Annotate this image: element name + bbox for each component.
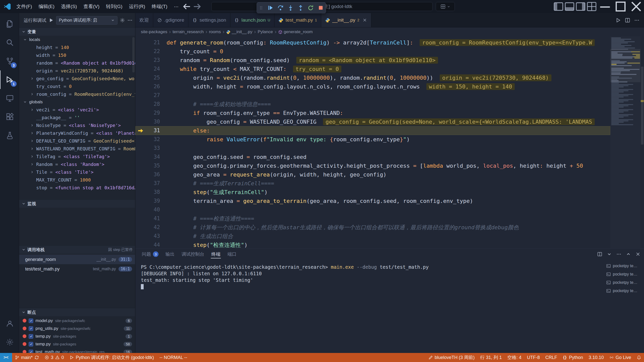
activity-extensions[interactable] — [0, 108, 19, 126]
breakpoint-row[interactable]: model.pysite-packages\wfc6 — [19, 317, 135, 325]
scrollbar-thumb[interactable] — [641, 67, 643, 145]
menu-item[interactable]: ⋯ — [171, 0, 182, 13]
line-number[interactable]: 30 — [146, 117, 160, 126]
gutter-glyph[interactable] — [135, 161, 146, 170]
status-vim-mode[interactable]: -- NORMAL -- — [157, 353, 190, 362]
breadcrumb-item[interactable]: rooms — [209, 29, 221, 34]
toggle-secondary-sidebar-icon[interactable] — [575, 0, 586, 13]
code-line[interactable]: 25 origin = vec2i(random.randint(0, 1000… — [135, 73, 610, 82]
variable-row[interactable]: vec2i = <class 'vec2i'> — [19, 106, 135, 114]
activity-run-and-debug[interactable]: 1 — [0, 70, 19, 89]
status-problems[interactable]: 30 — [42, 353, 67, 362]
breadcrumb-item[interactable]: Pylance — [258, 29, 273, 34]
more-actions-icon[interactable] — [127, 18, 133, 23]
status-cursor-position[interactable]: 行 31, 列 1 — [477, 353, 505, 362]
variables-section-header[interactable]: 变量 — [19, 27, 135, 36]
chevron-right-icon[interactable] — [30, 123, 36, 127]
variable-row[interactable]: origin = vec2i(7205730, 9024468) — [19, 67, 135, 75]
code-text[interactable]: def generate_room(room_config: RoomReque… — [160, 38, 610, 47]
restart-button[interactable] — [308, 5, 314, 11]
terminal-output[interactable]: PS C:\computer_science\godot-ldtk\site-p… — [135, 260, 603, 353]
gutter-glyph[interactable] — [135, 188, 146, 197]
status-remote[interactable]: >< — [0, 353, 12, 362]
chevron-right-icon[interactable] — [30, 131, 36, 135]
breakpoint-checkbox[interactable] — [29, 342, 33, 346]
editor-tab[interactable]: {}launch.jsonU — [230, 13, 274, 27]
line-number[interactable]: 22 — [146, 47, 160, 56]
code-text[interactable] — [160, 36, 610, 38]
status-indentation[interactable]: 空格: 4 — [505, 353, 524, 362]
status-language[interactable]: {}Python — [560, 353, 586, 362]
chevron-right-icon[interactable] — [30, 147, 36, 151]
code-line[interactable]: 40 — [135, 205, 610, 214]
panel-tab[interactable]: 问题3 — [139, 249, 162, 260]
chevron-right-icon[interactable] — [30, 170, 36, 174]
activity-accounts[interactable] — [0, 314, 19, 333]
back-arrow-icon[interactable] — [182, 2, 192, 12]
line-number[interactable]: 39 — [146, 197, 160, 205]
activity-testing[interactable] — [0, 126, 19, 145]
toggle-panel-icon[interactable] — [564, 0, 575, 13]
forward-arrow-icon[interactable] — [192, 2, 202, 12]
menu-item[interactable]: 选择(S) — [58, 0, 80, 13]
variables-scrollbar-thumb[interactable] — [132, 37, 135, 72]
code-line[interactable]: 29 if room_config.env_type == EnvType.WA… — [135, 109, 610, 117]
breakpoint-row[interactable]: temp.pysite-packages1 — [19, 332, 135, 340]
gutter-glyph[interactable] — [135, 91, 146, 100]
gutter-glyph[interactable] — [135, 170, 146, 179]
code-line[interactable]: 44 step("检查连通性") — [135, 241, 610, 248]
status-python-version[interactable]: 3.10.10 — [586, 353, 607, 362]
code-text[interactable]: random = Random(room_config.seed)random … — [160, 56, 610, 65]
code-text[interactable]: origin = vec2i(random.randint(0, 1000000… — [160, 73, 610, 82]
minimap-slider[interactable] — [610, 49, 640, 82]
activity-search[interactable] — [0, 33, 19, 52]
code-text[interactable]: geo_config.primary_forces.geothermal_act… — [160, 161, 610, 170]
continue-button[interactable] — [267, 5, 273, 11]
variable-row[interactable]: PlanetaryWindConfig = <class 'Planeta… — [19, 129, 135, 137]
status-notifications[interactable] — [634, 353, 644, 362]
stack-frame[interactable]: generate_room__init__.py31:1 — [19, 255, 135, 264]
more-actions-button[interactable] — [634, 18, 639, 23]
code-text[interactable]: # ====生成初始地理信息==== — [160, 100, 610, 109]
code-line[interactable]: 33 — [135, 144, 610, 153]
variable-row[interactable]: Random = <class 'Random'> — [19, 160, 135, 168]
minimize-button[interactable] — [597, 0, 613, 13]
code-text[interactable] — [160, 91, 610, 100]
status-eol[interactable]: CRLF — [543, 353, 560, 362]
code-line[interactable]: 43 # 生成出口组合 — [135, 232, 610, 241]
variable-scope[interactable]: locals — [19, 36, 135, 43]
line-number[interactable]: 42 — [146, 223, 160, 232]
code-text[interactable] — [160, 144, 610, 153]
variable-row[interactable]: WASTELAND_ROOM_REQUEST_CONFIG = RoomR… — [19, 145, 135, 153]
line-number[interactable]: 25 — [146, 73, 160, 82]
gutter-glyph[interactable] — [135, 38, 146, 47]
code-text[interactable]: step("检查连通性") — [160, 241, 610, 248]
breakpoint-row[interactable]: test_math.pysite-packages\terrain_res…16 — [19, 348, 135, 353]
terminal-instance[interactable]: pocketpy te… — [604, 278, 644, 287]
gutter-glyph[interactable] — [135, 109, 146, 117]
editor-tab[interactable]: {}settings.json — [188, 13, 230, 27]
line-number[interactable]: 37 — [146, 179, 160, 188]
close-icon[interactable] — [363, 18, 367, 22]
code-line[interactable]: 26 width, height = room_config.layout.n_… — [135, 82, 610, 91]
gutter-glyph[interactable] — [135, 241, 146, 248]
code-text[interactable]: else: — [160, 126, 610, 135]
menu-item[interactable]: 终端(T) — [148, 0, 171, 13]
breakpoint-row[interactable]: png_utils.pysite-packages\wfc11 — [19, 325, 135, 332]
line-number[interactable]: 20 — [146, 36, 160, 38]
line-number[interactable]: 32 — [146, 135, 160, 144]
line-number[interactable]: 26 — [146, 82, 160, 91]
chevron-right-icon[interactable] — [30, 162, 36, 166]
breadcrumb-item[interactable]: terrain_research — [173, 29, 204, 34]
code-text[interactable]: geo_area = request_area(origin, width, h… — [160, 170, 610, 179]
maximize-panel-button[interactable] — [626, 252, 631, 257]
code-text[interactable]: terrain_area = geo_area_to_terrain(geo_a… — [160, 197, 610, 205]
gutter-glyph[interactable] — [135, 82, 146, 91]
gutter-glyph[interactable] — [135, 232, 146, 241]
line-number[interactable]: 31 — [146, 126, 160, 135]
code-line[interactable]: 30 geo_config = WASTELAND_GEO_CONFIGgeo_… — [135, 117, 610, 126]
line-number[interactable]: 28 — [146, 100, 160, 109]
menu-item[interactable]: 运行(R) — [126, 0, 148, 13]
line-number[interactable]: 36 — [146, 170, 160, 179]
line-number[interactable]: 23 — [146, 56, 160, 65]
